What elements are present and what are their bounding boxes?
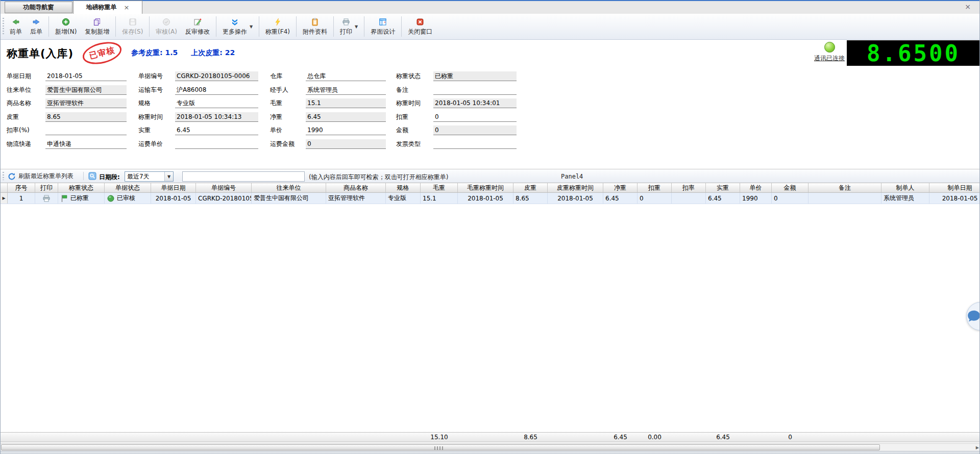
column-header-product[interactable]: 商品名称	[326, 183, 386, 192]
column-header-print[interactable]: 打印	[35, 183, 58, 192]
column-header-spec[interactable]: 规格	[386, 183, 421, 192]
window-close-icon[interactable]: ×	[962, 2, 973, 11]
column-header-partner[interactable]: 往来单位	[252, 183, 326, 192]
close-window-button-label: 关闭窗口	[408, 28, 432, 36]
amount-field: 0	[433, 125, 517, 135]
column-header-seq[interactable]: 序号	[8, 183, 35, 192]
column-header-gross[interactable]: 毛重	[421, 183, 458, 192]
column-header-doc_date[interactable]: 单据日期	[151, 183, 196, 192]
column-header-tare[interactable]: 皮重	[513, 183, 548, 192]
column-header-deduct[interactable]: 扣重	[638, 183, 672, 192]
tare-reference-info: 参考皮重: 1.5上次皮重: 22	[131, 48, 248, 58]
new-button[interactable]: 新增(N)	[51, 14, 81, 39]
freight-amount-label: 运费金额	[270, 139, 295, 149]
weigh-button-label: 称重(F4)	[265, 28, 290, 36]
copy-new-button[interactable]: 复制新增	[81, 14, 113, 39]
handler-field[interactable]: 系统管理员	[306, 85, 386, 95]
freight-amount-field: 0	[306, 139, 386, 149]
cell-spec: 专业版	[386, 193, 421, 204]
logistics-label: 物流快递	[7, 139, 31, 149]
summary-partner	[252, 433, 326, 442]
toolbar-divider	[364, 16, 364, 37]
remark-field[interactable]	[433, 85, 517, 95]
attachment-button[interactable]: 附件资料	[299, 14, 331, 39]
toolbar-divider	[216, 16, 216, 37]
column-header-actual[interactable]: 实重	[706, 183, 740, 192]
column-header-net[interactable]: 净重	[603, 183, 638, 192]
search-input[interactable]	[182, 171, 305, 182]
summary-deduct_rate	[672, 433, 706, 442]
next-doc-button[interactable]: 后单	[26, 14, 46, 39]
close-window-button[interactable]: 关闭窗口	[404, 14, 436, 39]
bottom-edge-strip	[1, 451, 980, 454]
save-icon	[129, 18, 137, 26]
deduct-rate-field[interactable]	[45, 125, 127, 135]
invoice-type-label: 发票类型	[396, 139, 421, 149]
scrollbar-right-arrow-icon[interactable]: ▶	[976, 445, 979, 450]
unit-price-field[interactable]: 1990	[306, 125, 386, 135]
cell-net: 6.45	[603, 193, 638, 204]
freight-price-field[interactable]	[175, 139, 258, 149]
weigh-button[interactable]: 称重(F4)	[261, 14, 294, 39]
invoice-type-field[interactable]	[433, 139, 517, 149]
toolbar-divider	[115, 16, 116, 37]
column-header-doc_status[interactable]: 单据状态	[105, 183, 151, 192]
summary-amount: 0	[772, 433, 808, 442]
horizontal-scrollbar[interactable]: ▶	[1, 443, 980, 451]
tab-function-nav[interactable]: 功能导航窗	[5, 2, 72, 13]
actual-weight-field[interactable]: 6.45	[175, 125, 258, 135]
audit-icon	[162, 18, 170, 26]
chevron-down-icon[interactable]: ▼	[250, 24, 253, 29]
print-button-label: 打印	[340, 28, 352, 36]
date-range-select[interactable]: 最近7天 ▼	[125, 171, 174, 182]
print-row-icon[interactable]	[42, 194, 51, 203]
chevrons-down-icon	[231, 18, 239, 26]
column-header-creator[interactable]: 制单人	[881, 183, 929, 192]
logistics-field[interactable]: 申通快递	[45, 139, 127, 149]
chevron-down-icon[interactable]: ▼	[355, 24, 358, 29]
contact-icon	[967, 308, 980, 325]
column-header-amount[interactable]: 金额	[772, 183, 808, 192]
print-button[interactable]: 打印▼	[336, 14, 362, 39]
ui-design-button-label: 界面设计	[371, 28, 395, 36]
ui-design-button[interactable]: 界面设计	[366, 14, 399, 39]
layout-icon	[379, 18, 387, 26]
prev-doc-button[interactable]: 前单	[6, 14, 26, 39]
more-actions-button[interactable]: 更多操作▼	[218, 14, 257, 39]
floating-contact-button[interactable]	[966, 302, 980, 331]
warehouse-field[interactable]: 总仓库	[306, 71, 386, 81]
column-header-create_date[interactable]: 制单日期	[929, 183, 980, 192]
cell-weigh_status: 已称重	[58, 193, 105, 204]
spec-field[interactable]: 专业版	[175, 98, 258, 108]
actual-weight-label: 实重	[138, 125, 151, 135]
chevron-down-icon[interactable]: ▼	[164, 172, 173, 181]
scrollbar-thumb[interactable]	[1, 444, 880, 450]
remark-label: 备注	[396, 85, 408, 95]
column-header-deduct_rate[interactable]: 扣率	[672, 183, 706, 192]
tab-close-icon[interactable]: ×	[124, 4, 130, 11]
connection-label: 通讯已连接	[811, 54, 848, 63]
doc-date-field[interactable]: 2018-01-05	[45, 71, 127, 81]
spec-label: 规格	[138, 98, 151, 108]
connection-status[interactable]: 通讯已连接	[811, 42, 848, 63]
cell-gross_time: 2018-01-05	[458, 193, 513, 204]
cell-price: 1990	[740, 193, 772, 204]
column-header-remark[interactable]: 备注	[808, 183, 881, 192]
refresh-list-button[interactable]: 刷新最近称重单列表	[8, 171, 74, 182]
doc-date-label: 单据日期	[7, 71, 31, 81]
column-header-price[interactable]: 单价	[740, 183, 772, 192]
column-header-weigh_status[interactable]: 称重状态	[58, 183, 105, 192]
column-header-gross_time[interactable]: 毛重称重时间	[458, 183, 513, 192]
doc-no-label: 单据编号	[138, 71, 163, 81]
column-header-tare_time[interactable]: 皮重称重时间	[548, 183, 603, 192]
gross-weigh-time-field: 2018-01-05 10:34:01	[433, 98, 517, 108]
scrollbar-grip-icon	[434, 446, 444, 450]
unaudit-button[interactable]: 反审修改	[181, 14, 214, 39]
vehicle-no-field[interactable]: 沪A86008	[175, 85, 258, 95]
tab-weighbridge[interactable]: 地磅称重单 ×	[73, 1, 142, 14]
search-hint-text: (输入内容后回车即可检索；双击可打开相应称重单)	[309, 173, 448, 182]
summary-price	[740, 433, 772, 442]
deduct-weight-field[interactable]: 0	[433, 112, 517, 122]
column-header-doc_no[interactable]: 单据编号	[196, 183, 252, 192]
table-row[interactable]: ▶1已称重已审核2018-01-05CGRKD-20180105-00爱普生中国…	[1, 193, 980, 204]
